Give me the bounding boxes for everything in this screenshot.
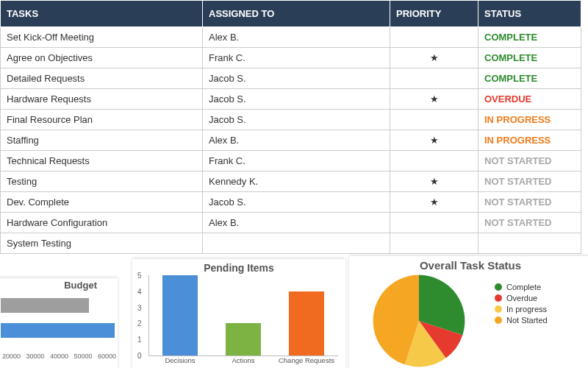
- chart-pending-title: Pending Items: [132, 259, 345, 275]
- pie-legend-item-notstarted: Not Started: [495, 316, 548, 325]
- cell-assigned[interactable]: Alex B.: [203, 27, 390, 48]
- cell-priority[interactable]: [390, 27, 478, 48]
- chart-pending: Pending Items 5 4 3 2 1 0 Decisions Acti…: [132, 259, 345, 368]
- col-header-priority[interactable]: PRIORITY: [390, 1, 478, 27]
- budget-x-axis: 20000 30000 40000 50000 60000: [0, 351, 118, 360]
- table-row[interactable]: Technical RequestsFrank C.NOT STARTED: [1, 151, 581, 171]
- tasks-table-body: Set Kick-Off MeetingAlex B.COMPLETEAgree…: [1, 27, 581, 254]
- col-header-assigned[interactable]: ASSIGNED TO: [203, 1, 390, 27]
- cell-status[interactable]: COMPLETE: [478, 48, 581, 68]
- cell-priority[interactable]: ★: [390, 130, 478, 151]
- pie-slice: [405, 321, 446, 367]
- cell-task[interactable]: Final Resource Plan: [1, 110, 203, 130]
- table-row[interactable]: Agree on ObjectivesFrank C.★COMPLETE: [1, 48, 581, 68]
- budget-xtick: 50000: [74, 353, 92, 360]
- charts-overlay: Budget al d 20000 30000 40000 50000 6000…: [0, 263, 588, 368]
- cell-status[interactable]: IN PROGRESS: [478, 130, 581, 151]
- pending-bar-change-requests: [289, 291, 324, 355]
- pending-ytick: 5: [137, 272, 142, 280]
- swatch-icon: [495, 316, 502, 324]
- cell-assigned[interactable]: Jacob S.: [203, 89, 390, 110]
- cell-status[interactable]: NOT STARTED: [478, 192, 581, 213]
- pie-legend-label: Complete: [506, 283, 541, 291]
- table-row[interactable]: Hardware RequestsJacob S.★OVERDUE: [1, 89, 581, 110]
- chart-budget-title: Budget: [0, 278, 118, 294]
- cell-priority[interactable]: ★: [390, 48, 478, 68]
- swatch-icon: [495, 305, 502, 313]
- cell-task[interactable]: Staffing: [1, 130, 203, 151]
- pending-ytick: 4: [137, 287, 142, 295]
- cell-status[interactable]: OVERDUE: [478, 89, 581, 110]
- cell-task[interactable]: Dev. Complete: [1, 192, 203, 213]
- cell-task[interactable]: System Testing: [1, 233, 203, 254]
- chart-pending-plot: 5 4 3 2 1 0: [148, 275, 338, 356]
- cell-priority[interactable]: [390, 151, 478, 171]
- pending-x-axis: Decisions Actions Change Requests: [148, 356, 338, 364]
- pending-xlabel: Actions: [212, 356, 275, 364]
- pie-legend-label: Not Started: [506, 316, 548, 325]
- pie-legend-item-inprogress: In progress: [495, 305, 548, 314]
- cell-assigned[interactable]: Jacob S.: [203, 192, 390, 213]
- tasks-table[interactable]: TASKS ASSIGNED TO PRIORITY STATUS Set Ki…: [0, 0, 581, 254]
- table-row[interactable]: Dev. CompleteJacob S.★NOT STARTED: [1, 192, 581, 213]
- cell-priority[interactable]: [390, 110, 478, 130]
- cell-status[interactable]: NOT STARTED: [478, 171, 581, 192]
- cell-status[interactable]: COMPLETE: [478, 27, 581, 48]
- cell-priority[interactable]: [390, 233, 478, 254]
- pie-legend-label: In progress: [506, 305, 547, 314]
- table-row[interactable]: StaffingAlex B.★IN PROGRESS: [1, 130, 581, 151]
- chart-budget-plot: al d: [0, 298, 118, 351]
- pending-ytick: 1: [137, 336, 142, 344]
- budget-xtick: 40000: [50, 353, 68, 360]
- pie-legend-item-overdue: Overdue: [495, 294, 548, 302]
- cell-assigned[interactable]: [203, 233, 390, 254]
- table-row[interactable]: System Testing: [1, 233, 581, 254]
- tasks-table-header: TASKS ASSIGNED TO PRIORITY STATUS: [1, 1, 581, 27]
- table-row[interactable]: TestingKennedy K.★NOT STARTED: [1, 171, 581, 192]
- cell-status[interactable]: COMPLETE: [478, 68, 581, 89]
- cell-task[interactable]: Hardware Requests: [1, 89, 203, 110]
- pending-bar-decisions: [162, 275, 198, 355]
- cell-status[interactable]: NOT STARTED: [478, 151, 581, 171]
- cell-status[interactable]: [478, 233, 581, 254]
- table-row[interactable]: Hardware ConfigurationAlex B.NOT STARTED: [1, 213, 581, 233]
- pending-xlabel: Decisions: [148, 356, 212, 364]
- pending-bar-actions: [226, 323, 261, 355]
- cell-assigned[interactable]: Kennedy K.: [203, 171, 390, 192]
- cell-assigned[interactable]: Frank C.: [203, 48, 390, 68]
- cell-priority[interactable]: ★: [390, 171, 478, 192]
- chart-overall-title: Overall Task Status: [349, 256, 588, 273]
- pie-legend-label: Overdue: [506, 294, 537, 302]
- budget-bar-0: [1, 298, 89, 313]
- cell-assigned[interactable]: Alex B.: [203, 130, 390, 151]
- table-row[interactable]: Final Resource PlanJacob S.IN PROGRESS: [1, 110, 581, 130]
- budget-xtick: 20000: [2, 353, 21, 360]
- cell-task[interactable]: Set Kick-Off Meeting: [1, 27, 203, 48]
- cell-priority[interactable]: [390, 213, 478, 233]
- cell-priority[interactable]: ★: [390, 89, 478, 110]
- table-row[interactable]: Detailed RequestsJacob S.COMPLETE: [1, 68, 581, 89]
- cell-task[interactable]: Detailed Requests: [1, 68, 203, 89]
- swatch-icon: [495, 294, 502, 302]
- col-header-status[interactable]: STATUS: [478, 1, 581, 27]
- pie-legend: Complete Overdue In progress Not Started: [495, 280, 548, 327]
- cell-task[interactable]: Testing: [1, 171, 203, 192]
- table-row[interactable]: Set Kick-Off MeetingAlex B.COMPLETE: [1, 27, 581, 48]
- budget-xtick: 60000: [98, 353, 116, 360]
- cell-status[interactable]: IN PROGRESS: [478, 110, 581, 130]
- pending-ytick: 2: [137, 319, 142, 328]
- pie-slice: [373, 275, 419, 365]
- cell-task[interactable]: Technical Requests: [1, 151, 203, 171]
- cell-assigned[interactable]: Alex B.: [203, 213, 390, 233]
- cell-priority[interactable]: ★: [390, 192, 478, 213]
- cell-priority[interactable]: [390, 68, 478, 89]
- cell-assigned[interactable]: Frank C.: [203, 151, 390, 171]
- cell-task[interactable]: Hardware Configuration: [1, 213, 203, 233]
- cell-assigned[interactable]: Jacob S.: [203, 68, 390, 89]
- col-header-tasks[interactable]: TASKS: [1, 1, 203, 27]
- cell-task[interactable]: Agree on Objectives: [1, 48, 203, 68]
- budget-bar-1: [1, 323, 115, 338]
- cell-assigned[interactable]: Jacob S.: [203, 110, 390, 130]
- cell-status[interactable]: NOT STARTED: [478, 213, 581, 233]
- budget-xtick: 30000: [26, 353, 44, 360]
